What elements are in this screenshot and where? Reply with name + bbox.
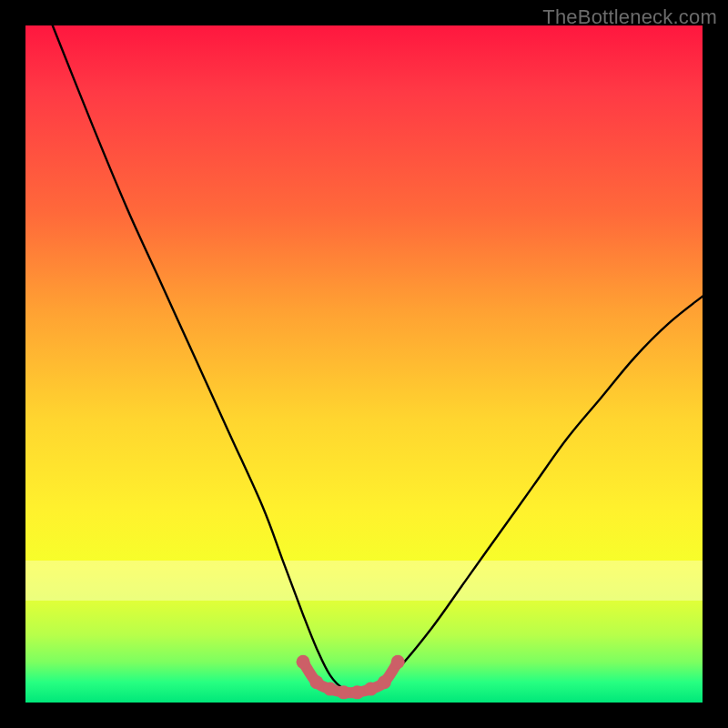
bump-dot [378,675,391,689]
plot-area [25,25,703,703]
bump-dot [309,675,323,689]
chart-frame: TheBottleneck.com [0,0,728,728]
bump-dot [391,655,405,669]
bump-dot [297,655,310,669]
bottom-bump-path [303,662,398,693]
bump-dot [350,685,364,699]
bottom-bump-dots [297,655,405,699]
highlight-band [25,561,703,602]
bump-dot [323,682,337,696]
bump-dot [337,685,350,699]
bump-dot [364,682,378,696]
chart-svg [25,25,703,703]
watermark-text: TheBottleneck.com [542,5,717,29]
bottleneck-curve-path [53,25,703,693]
